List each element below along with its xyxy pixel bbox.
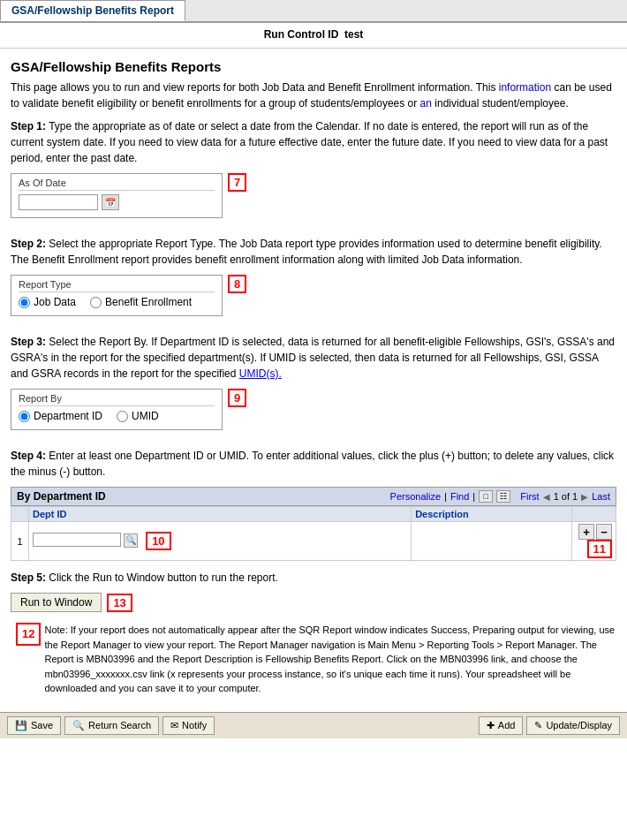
col-num-header (11, 507, 29, 522)
action-cell: + − 11 (572, 522, 616, 561)
report-by-dept-radio[interactable] (19, 411, 30, 422)
as-of-date-label: As Of Date (19, 178, 215, 191)
step13-badge: 13 (107, 594, 132, 612)
info-link[interactable]: information (499, 81, 551, 94)
description: This page allows you to run and view rep… (11, 79, 616, 111)
report-type-benefit[interactable]: Benefit Enrollment (90, 296, 192, 308)
personalize-link[interactable]: Personalize (390, 491, 441, 502)
nav-next-icon[interactable]: ▶ (581, 492, 588, 502)
an-link[interactable]: an (420, 97, 432, 110)
add-icon: ✚ (487, 720, 495, 731)
return-search-icon: 🔍 (72, 720, 85, 731)
page-info: 1 of 1 (554, 491, 578, 502)
col-dept-id-header: Dept ID (29, 507, 412, 522)
calendar-button[interactable]: 📅 (102, 194, 119, 210)
bottom-toolbar: 💾 Save 🔍 Return Search ✉ Notify ✚ Add ✎ … (0, 712, 627, 738)
add-button[interactable]: ✚ Add (479, 716, 524, 735)
report-type-benefit-label: Benefit Enrollment (105, 296, 192, 308)
dept-search-button[interactable]: 🔍 (124, 534, 138, 548)
report-type-options: Job Data Benefit Enrollment (19, 296, 215, 308)
tab-gsa-fellowship[interactable]: GSA/Fellowship Benefits Report (0, 0, 185, 21)
report-type-job-data[interactable]: Job Data (19, 296, 76, 308)
return-search-label: Return Search (88, 720, 151, 730)
run-control-bar: Run Control ID test (0, 23, 627, 44)
dept-table-controls: Personalize | Find | □ ☷ First ◀ 1 of 1 … (390, 490, 610, 503)
report-by-dept[interactable]: Department ID (19, 410, 102, 422)
step5-text: Step 5: Click the Run to Window button t… (11, 570, 616, 586)
update-display-button[interactable]: ✎ Update/Display (526, 716, 620, 735)
note-text: Note: If your report does not automatica… (44, 623, 616, 696)
step3-text: Step 3: Select the Report By. If Departm… (11, 334, 616, 382)
update-display-icon: ✎ (534, 720, 542, 731)
tab-bar: GSA/Fellowship Benefits Report (0, 0, 627, 23)
step1-text: Step 1: Type the appropriate as of date … (11, 118, 616, 166)
dept-id-input[interactable] (33, 533, 121, 547)
note-section: 12 Note: If your report does not automat… (11, 623, 616, 696)
find-link[interactable]: Find (450, 491, 469, 502)
step12-badge: 12 (16, 623, 41, 646)
dept-table-section: By Department ID Personalize | Find | □ … (11, 487, 616, 561)
report-type-group: Report Type Job Data Benefit Enrollment (11, 275, 223, 316)
bottom-right-actions: ✚ Add ✎ Update/Display (479, 716, 620, 735)
as-of-date-input[interactable] (19, 194, 98, 210)
last-link[interactable]: Last (592, 491, 610, 502)
return-search-button[interactable]: 🔍 Return Search (64, 716, 159, 735)
report-type-job-data-label: Job Data (34, 296, 76, 308)
umid-link[interactable]: UMID(s). (239, 367, 282, 380)
run-control-label: Run Control ID (264, 28, 339, 41)
step7-badge: 7 (228, 173, 246, 192)
as-of-date-group: As Of Date 📅 (11, 173, 223, 218)
update-display-label: Update/Display (546, 720, 612, 730)
bottom-left-actions: 💾 Save 🔍 Return Search ✉ Notify (7, 716, 215, 735)
nav-prev-icon[interactable]: ◀ (543, 492, 550, 502)
step2-text: Step 2: Select the appropriate Report Ty… (11, 236, 616, 268)
first-link[interactable]: First (520, 491, 539, 502)
notify-icon: ✉ (170, 720, 178, 731)
description-cell (412, 522, 572, 561)
report-by-umid[interactable]: UMID (117, 410, 159, 422)
step11-badge: 11 (587, 540, 612, 558)
notify-button[interactable]: ✉ Notify (162, 716, 215, 735)
view-icon[interactable]: □ (479, 490, 493, 503)
remove-row-button[interactable]: − (596, 524, 612, 540)
save-button[interactable]: 💾 Save (7, 716, 61, 735)
step10-badge: 10 (146, 532, 170, 550)
report-type-benefit-radio[interactable] (90, 297, 102, 308)
dept-id-cell: 🔍 10 (29, 522, 412, 561)
add-row-button[interactable]: + (578, 524, 594, 540)
col-actions-header (572, 507, 616, 522)
report-by-dept-label: Department ID (34, 410, 102, 422)
save-label: Save (31, 720, 53, 730)
dept-id-table: Dept ID Description 1 🔍 10 + (11, 506, 616, 561)
step4-text: Step 4: Enter at least one Department ID… (11, 448, 616, 480)
dept-table-header: By Department ID Personalize | Find | □ … (11, 487, 616, 506)
report-by-umid-label: UMID (132, 410, 159, 422)
dept-table-title: By Department ID (17, 490, 106, 503)
run-control-value: test (344, 28, 363, 41)
notify-label: Notify (182, 720, 207, 730)
report-type-label: Report Type (19, 279, 215, 292)
step8-badge: 8 (228, 275, 246, 293)
run-to-window-button[interactable]: Run to Window (11, 593, 102, 612)
page-title: GSA/Fellowship Benefits Reports (11, 59, 616, 74)
add-label: Add (498, 720, 516, 730)
row-number: 1 (11, 522, 29, 561)
step9-badge: 9 (228, 389, 246, 407)
report-by-label: Report By (19, 393, 215, 406)
col-description-header: Description (412, 507, 572, 522)
report-by-options: Department ID UMID (19, 410, 215, 422)
save-icon: 💾 (15, 720, 27, 731)
table-row: 1 🔍 10 + − 11 (11, 522, 616, 561)
grid-icon[interactable]: ☷ (496, 490, 510, 503)
report-type-job-data-radio[interactable] (19, 297, 30, 308)
report-by-group: Report By Department ID UMID (11, 389, 223, 430)
report-by-umid-radio[interactable] (117, 411, 128, 422)
